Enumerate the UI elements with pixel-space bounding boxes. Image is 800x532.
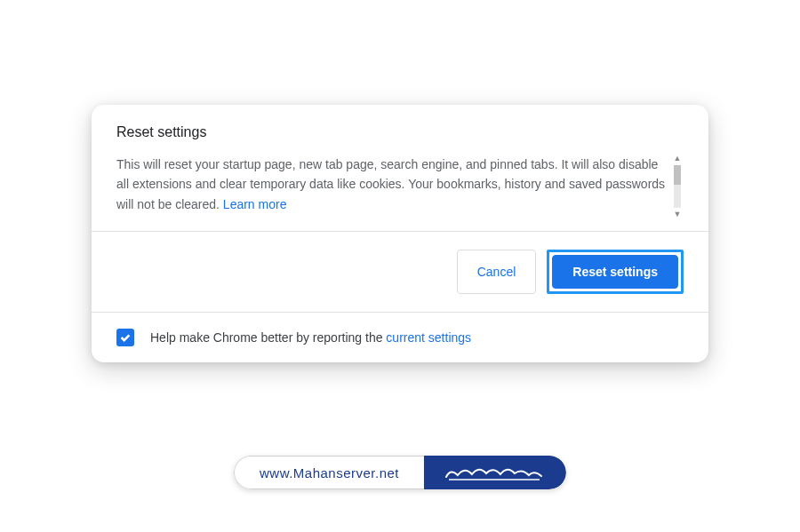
highlight-box: Reset settings: [547, 250, 684, 294]
current-settings-link[interactable]: current settings: [386, 330, 471, 345]
scroll-track[interactable]: [674, 165, 681, 208]
checkbox-label-text: Help make Chrome better by reporting the: [150, 330, 386, 345]
watermark-url: www.Mahanserver.net: [234, 456, 424, 489]
reporting-checkbox[interactable]: [116, 329, 134, 346]
scrollbar[interactable]: ▲ ▼: [671, 155, 684, 218]
cancel-button[interactable]: Cancel: [457, 250, 537, 294]
watermark-logo: [424, 456, 566, 489]
checkbox-label: Help make Chrome better by reporting the…: [150, 330, 471, 345]
dialog-title: Reset settings: [116, 124, 684, 140]
dialog-footer: Help make Chrome better by reporting the…: [92, 312, 708, 362]
dialog-description: This will reset your startup page, new t…: [116, 155, 666, 214]
scroll-down-arrow-icon[interactable]: ▼: [674, 210, 682, 218]
scroll-up-arrow-icon[interactable]: ▲: [674, 155, 682, 163]
mahanserver-logo-icon: [442, 461, 548, 484]
dialog-description-text: This will reset your startup page, new t…: [116, 157, 665, 211]
learn-more-link[interactable]: Learn more: [223, 197, 287, 211]
reset-settings-dialog: Reset settings This will reset your star…: [92, 105, 708, 362]
dialog-body: Reset settings This will reset your star…: [92, 105, 708, 231]
dialog-actions: Cancel Reset settings: [92, 231, 708, 312]
dialog-description-wrap: This will reset your startup page, new t…: [116, 155, 684, 218]
scroll-thumb[interactable]: [674, 165, 681, 185]
watermark-badge: www.Mahanserver.net: [234, 456, 566, 489]
reset-settings-button[interactable]: Reset settings: [552, 255, 678, 289]
checkmark-icon: [119, 331, 132, 344]
